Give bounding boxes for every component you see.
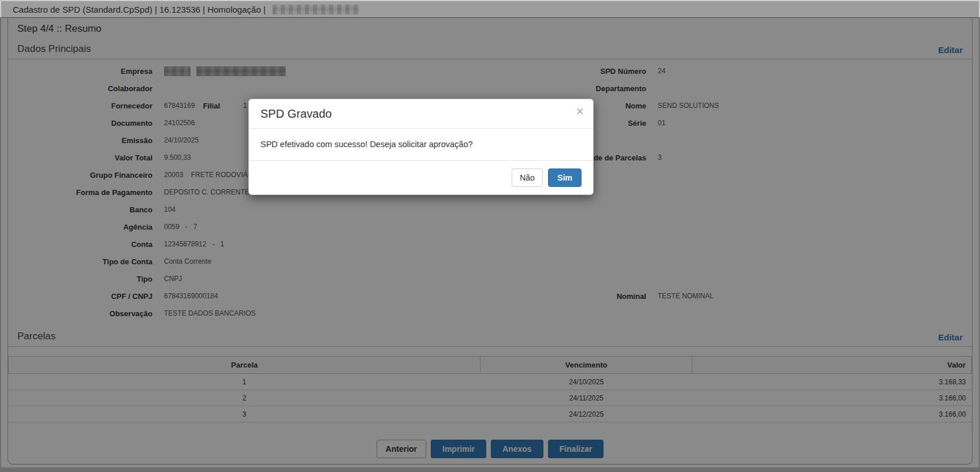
modal-message: SPD efetivado com sucesso! Deseja solici… — [249, 129, 593, 161]
modal-backdrop[interactable] — [0, 17, 980, 472]
modal-title: SPD Gravado — [260, 107, 331, 120]
spd-gravado-modal: SPD Gravado × SPD efetivado com sucesso!… — [248, 99, 594, 195]
nao-button[interactable]: Não — [512, 168, 543, 187]
modal-footer: Não Sim — [249, 161, 593, 194]
sim-button[interactable]: Sim — [548, 168, 582, 187]
title-bar: Cadastro de SPD (Standard.CpSpd) | 16.12… — [1, 1, 979, 18]
redacted-user-block — [273, 5, 359, 14]
window-title: Cadastro de SPD (Standard.CpSpd) | 16.12… — [13, 5, 268, 14]
close-icon[interactable]: × — [576, 105, 584, 118]
modal-header: SPD Gravado × — [249, 99, 593, 129]
